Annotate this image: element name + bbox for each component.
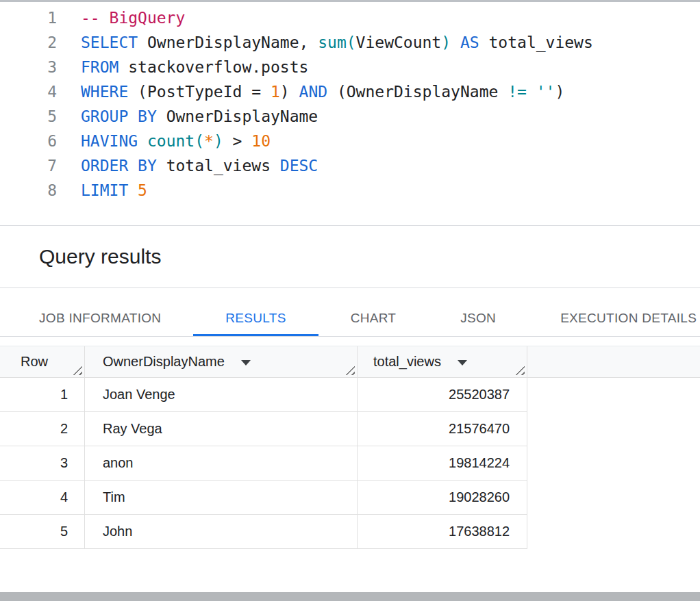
query-results-title: Query results — [39, 245, 161, 268]
line-number: 5 — [0, 104, 59, 129]
code-token-plain: total_views — [479, 34, 593, 51]
code-token-plain — [128, 107, 138, 125]
tab-chart[interactable]: CHART — [318, 288, 429, 336]
cell-owner-display-name: Ray Vega — [85, 412, 358, 446]
code-token-plain — [527, 83, 536, 101]
cell-row-number: 5 — [0, 515, 85, 548]
cell-owner-display-name: John — [85, 515, 358, 548]
column-header-ownerdisplayname[interactable]: OwnerDisplayName — [85, 346, 358, 377]
tab-json[interactable]: JSON — [428, 288, 528, 336]
cell-row-number: 3 — [0, 446, 85, 480]
line-number: 4 — [0, 79, 59, 104]
code-token-function: ) — [214, 132, 223, 150]
code-token-number: 1 — [271, 83, 280, 101]
code-text: GROUP BY OwnerDisplayName — [59, 104, 318, 129]
code-text: FROM stackoverflow.posts — [59, 55, 308, 79]
column-header-label: total_views — [373, 354, 441, 370]
table-row: 2Ray Vega21576470 — [0, 412, 527, 446]
table-row: 1Joan Venge25520387 — [0, 378, 527, 412]
code-token-plain: OwnerDisplayName, — [138, 34, 318, 51]
cell-owner-display-name: anon — [85, 446, 358, 480]
column-header-label: Row — [21, 354, 48, 370]
column-header-row[interactable]: Row — [0, 346, 85, 377]
cell-total-views: 25520387 — [358, 378, 527, 411]
column-menu-dropdown-icon[interactable] — [458, 360, 467, 366]
code-lines: 1-- BigQuery2SELECT OwnerDisplayName, su… — [0, 5, 700, 203]
code-token-plain — [128, 181, 138, 199]
code-token-plain: ViewCount — [356, 34, 442, 51]
results-table: RowOwnerDisplayNametotal_views 1Joan Ven… — [0, 346, 700, 549]
column-resize-handle[interactable] — [73, 366, 82, 375]
cell-row-number: 2 — [0, 412, 85, 446]
table-row: 3anon19814224 — [0, 446, 527, 481]
cell-owner-display-name: Joan Venge — [85, 378, 358, 411]
horizontal-scrollbar[interactable] — [0, 592, 700, 601]
code-token-plain: stackoverflow.posts — [118, 58, 308, 76]
code-token-plain: ) — [280, 83, 299, 101]
tab-execution-details[interactable]: EXECUTION DETAILS — [528, 288, 700, 336]
column-header-label: OwnerDisplayName — [103, 354, 225, 370]
code-token-plain: total_views — [157, 157, 280, 175]
code-token-number: 10 — [251, 132, 271, 150]
code-token-keyword: WHERE — [81, 83, 128, 101]
code-line: 5GROUP BY OwnerDisplayName — [0, 104, 700, 129]
column-header-filler — [527, 346, 700, 377]
column-resize-handle[interactable] — [515, 366, 525, 375]
code-line: 8LIMIT 5 — [0, 178, 700, 203]
code-token-plain: OwnerDisplayName — [157, 107, 318, 125]
line-number: 6 — [0, 129, 59, 153]
table-header-row: RowOwnerDisplayNametotal_views — [0, 346, 700, 378]
code-line: 7ORDER BY total_views DESC — [0, 153, 700, 178]
code-token-keyword: DESC — [280, 157, 318, 175]
code-token-keyword: GROUP — [81, 107, 128, 125]
code-line: 4WHERE (PostTypeId = 1) AND (OwnerDispla… — [0, 79, 700, 104]
cell-row-number: 4 — [0, 481, 85, 514]
table-row: 4Tim19028260 — [0, 481, 527, 515]
code-token-keyword: BY — [138, 107, 157, 125]
code-token-plain — [138, 132, 147, 150]
column-header-total-views[interactable]: total_views — [358, 346, 527, 377]
line-number: 3 — [0, 55, 59, 79]
code-token-number: * — [204, 132, 214, 150]
results-tab-bar: JOB INFORMATIONRESULTSCHARTJSONEXECUTION… — [0, 288, 700, 337]
line-number: 1 — [0, 5, 59, 30]
code-text: -- BigQuery — [59, 5, 185, 30]
code-token-plain: (OwnerDisplayName — [327, 83, 508, 101]
code-text: WHERE (PostTypeId = 1) AND (OwnerDisplay… — [59, 79, 564, 104]
line-number: 2 — [0, 30, 59, 55]
query-results-header: Query results — [0, 226, 700, 288]
code-token-keyword: AS — [460, 34, 479, 51]
code-token-keyword: AND — [299, 83, 328, 101]
code-line: 2SELECT OwnerDisplayName, sum(ViewCount)… — [0, 30, 700, 55]
line-number: 7 — [0, 153, 59, 178]
code-text: HAVING count(*) > 10 — [59, 129, 271, 153]
code-token-string: '' — [536, 83, 555, 101]
code-text: SELECT OwnerDisplayName, sum(ViewCount) … — [59, 30, 593, 55]
sql-editor[interactable]: 1-- BigQuery2SELECT OwnerDisplayName, su… — [0, 0, 700, 226]
tab-results[interactable]: RESULTS — [193, 288, 318, 336]
code-line: 1-- BigQuery — [0, 5, 700, 30]
cell-total-views: 21576470 — [358, 412, 527, 446]
code-line: 6HAVING count(*) > 10 — [0, 129, 700, 153]
cell-owner-display-name: Tim — [85, 481, 358, 514]
cell-total-views: 19028260 — [358, 481, 527, 514]
column-menu-dropdown-icon[interactable] — [241, 360, 251, 366]
code-token-function: count( — [147, 132, 204, 150]
code-token-plain: > — [223, 132, 252, 150]
code-text: ORDER BY total_views DESC — [59, 153, 318, 178]
code-token-number: 5 — [138, 181, 147, 199]
code-token-keyword: ORDER — [81, 157, 128, 175]
column-resize-handle[interactable] — [345, 366, 355, 375]
table-row: 5John17638812 — [0, 515, 527, 549]
table-body: 1Joan Venge255203872Ray Vega215764703ano… — [0, 378, 700, 549]
line-number: 8 — [0, 178, 59, 203]
code-token-function: ) — [441, 34, 451, 51]
code-token-keyword: LIMIT — [81, 181, 128, 199]
code-token-keyword: HAVING — [81, 132, 138, 150]
tab-job-information[interactable]: JOB INFORMATION — [7, 288, 193, 336]
code-token-plain: ) — [555, 83, 564, 101]
code-token-plain: (PostTypeId = — [128, 83, 271, 101]
code-line: 3FROM stackoverflow.posts — [0, 55, 700, 79]
code-token-keyword: BY — [138, 157, 157, 175]
code-token-operator: != — [508, 83, 527, 101]
